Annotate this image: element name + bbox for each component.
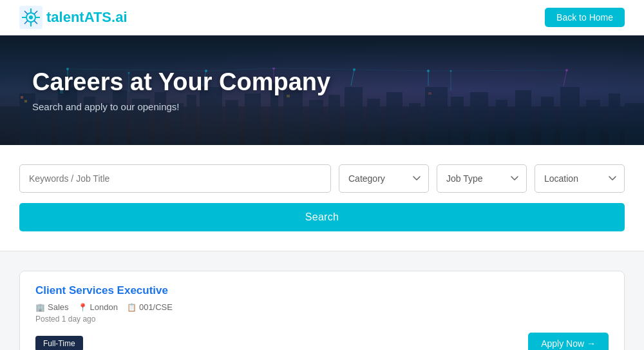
svg-line-64 bbox=[428, 70, 567, 71]
app-header: talentATS.ai Back to Home bbox=[0, 0, 644, 35]
job-ref-item: 📋 001/CSE bbox=[127, 302, 173, 312]
svg-rect-42 bbox=[609, 93, 620, 145]
logo: talentATS.ai bbox=[19, 6, 128, 29]
svg-rect-37 bbox=[496, 100, 507, 145]
ref-icon: 📋 bbox=[127, 303, 137, 312]
svg-rect-33 bbox=[409, 103, 421, 145]
logo-main: talentATS bbox=[46, 9, 111, 25]
logo-icon bbox=[19, 6, 43, 29]
hero-subtitle: Search and apply to our openings! bbox=[32, 101, 330, 112]
job-location: London bbox=[90, 302, 118, 312]
jobtype-select[interactable]: Job Type Full-Time Part-Time Contract In… bbox=[437, 164, 527, 193]
search-section: Category Sales Engineering Marketing HR … bbox=[0, 145, 644, 251]
job-card-footer: Full-Time Apply Now → bbox=[35, 333, 609, 350]
svg-rect-69 bbox=[428, 92, 431, 95]
svg-rect-38 bbox=[515, 90, 531, 145]
job-title[interactable]: Client Services Executive bbox=[35, 284, 609, 297]
apply-now-button[interactable]: Apply Now → bbox=[528, 333, 609, 350]
hero-content: Careers at Your Company Search and apply… bbox=[0, 68, 363, 112]
table-row: Client Services Executive 🏢 Sales 📍 Lond… bbox=[19, 271, 625, 350]
svg-rect-34 bbox=[425, 87, 448, 145]
hero-title: Careers at Your Company bbox=[32, 68, 330, 96]
back-home-button[interactable]: Back to Home bbox=[545, 8, 625, 27]
job-posted-date: Posted 1 day ago bbox=[35, 315, 609, 324]
hero-banner: Careers at Your Company Search and apply… bbox=[0, 35, 644, 145]
location-select[interactable]: Location London New York Remote Berlin bbox=[535, 164, 625, 193]
job-meta: 🏢 Sales 📍 London 📋 001/CSE bbox=[35, 302, 609, 312]
svg-rect-41 bbox=[586, 100, 600, 145]
category-select[interactable]: Category Sales Engineering Marketing HR bbox=[339, 164, 429, 193]
keyword-input[interactable] bbox=[19, 164, 331, 193]
logo-accent: .ai bbox=[111, 9, 127, 25]
department-icon: 🏢 bbox=[35, 303, 45, 312]
svg-rect-31 bbox=[367, 99, 380, 145]
job-location-item: 📍 London bbox=[78, 302, 118, 312]
svg-rect-43 bbox=[625, 103, 644, 145]
job-listings: Client Services Executive 🏢 Sales 📍 Lond… bbox=[0, 251, 644, 350]
job-department: Sales bbox=[48, 302, 69, 312]
svg-line-54 bbox=[564, 70, 567, 86]
location-pin-icon: 📍 bbox=[78, 303, 88, 312]
job-department-item: 🏢 Sales bbox=[35, 302, 69, 312]
svg-rect-32 bbox=[386, 92, 402, 145]
svg-rect-40 bbox=[560, 87, 580, 145]
search-filters-row: Category Sales Engineering Marketing HR … bbox=[19, 164, 625, 193]
svg-line-63 bbox=[354, 70, 428, 71]
search-button[interactable]: Search bbox=[19, 203, 625, 231]
svg-rect-39 bbox=[541, 97, 554, 145]
svg-rect-36 bbox=[470, 92, 488, 145]
job-type-badge: Full-Time bbox=[35, 336, 83, 350]
svg-point-2 bbox=[29, 15, 33, 19]
logo-text: talentATS.ai bbox=[46, 9, 128, 26]
svg-rect-35 bbox=[451, 97, 464, 145]
job-ref: 001/CSE bbox=[139, 302, 173, 312]
